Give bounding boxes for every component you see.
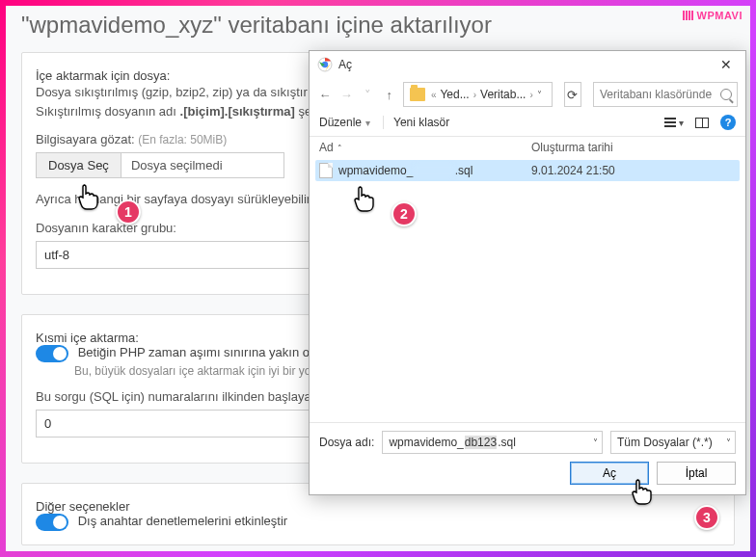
refresh-button[interactable]: ⟳ [564, 82, 581, 107]
chevron-down-icon[interactable]: ˅ [593, 438, 598, 448]
annotation-badge: 2 [392, 201, 417, 226]
breadcrumb[interactable]: « Yed... › Veritab... › ˅ [403, 82, 553, 107]
fk-toggle-label: Dış anahtar denetlemelerini etkinleştir [78, 514, 288, 528]
chrome-icon [317, 57, 333, 72]
file-type-filter[interactable]: Tüm Dosyalar (*.*) ˅ [610, 431, 736, 454]
crumb[interactable]: Veritab... [480, 88, 526, 101]
column-header-name[interactable]: Ad˄ [319, 141, 531, 154]
close-icon[interactable]: ✕ [715, 57, 738, 72]
view-mode-button[interactable]: ▾ [664, 118, 684, 128]
file-chosen-status: Dosya seçilmedi [121, 152, 284, 178]
open-button[interactable]: Aç [570, 462, 649, 485]
fk-toggle[interactable] [36, 514, 68, 531]
folder-icon [410, 88, 425, 101]
filename-input[interactable]: wpmavidemo_db123.sql ˅ [382, 431, 603, 454]
file-icon [319, 163, 333, 178]
file-row[interactable]: wpmavidemo_db123.sql 9.01.2024 21:50 [315, 160, 740, 181]
dialog-title: Aç [338, 58, 715, 71]
nav-forward-button[interactable]: → [338, 83, 354, 106]
filename-label: Dosya adı: [319, 436, 374, 449]
organize-menu[interactable]: Düzenle [319, 116, 362, 129]
timeout-toggle[interactable] [36, 345, 68, 362]
chevron-down-icon[interactable]: ˅ [537, 90, 546, 100]
preview-pane-button[interactable] [695, 118, 709, 128]
column-header-date[interactable]: Oluşturma tarihi [531, 141, 736, 154]
help-icon[interactable]: ? [720, 115, 736, 130]
new-folder-button[interactable]: Yeni klasör [393, 116, 449, 129]
chevron-down-icon: ▾ [365, 118, 373, 128]
panel-legend: Diğer seçenekler [36, 499, 720, 514]
page-title: "wpmavidemo_xyz" veritabanı içine aktarı… [21, 12, 750, 39]
nav-recent-button[interactable]: ˅ [360, 83, 375, 106]
file-open-dialog: Aç ✕ ← → ˅ ↑ « Yed... › Veritab... › ˅ ⟳ [309, 50, 746, 495]
sort-asc-icon: ˄ [338, 144, 342, 153]
chevron-down-icon[interactable]: ˅ [726, 438, 731, 448]
crumb[interactable]: Yed... [440, 88, 469, 101]
file-list: wpmavidemo_db123.sql 9.01.2024 21:50 [310, 158, 745, 422]
annotation-badge: 1 [116, 199, 141, 225]
search-input[interactable] [593, 82, 738, 107]
watermark: WPMAVI [683, 10, 742, 21]
search-icon [720, 89, 732, 100]
file-date: 9.01.2024 21:50 [531, 164, 615, 177]
cancel-button[interactable]: İptal [657, 462, 736, 485]
nav-back-button[interactable]: ← [317, 83, 333, 106]
choose-file-button[interactable]: Dosya Seç [36, 152, 121, 178]
nav-up-button[interactable]: ↑ [382, 83, 397, 106]
annotation-badge: 3 [694, 505, 719, 530]
